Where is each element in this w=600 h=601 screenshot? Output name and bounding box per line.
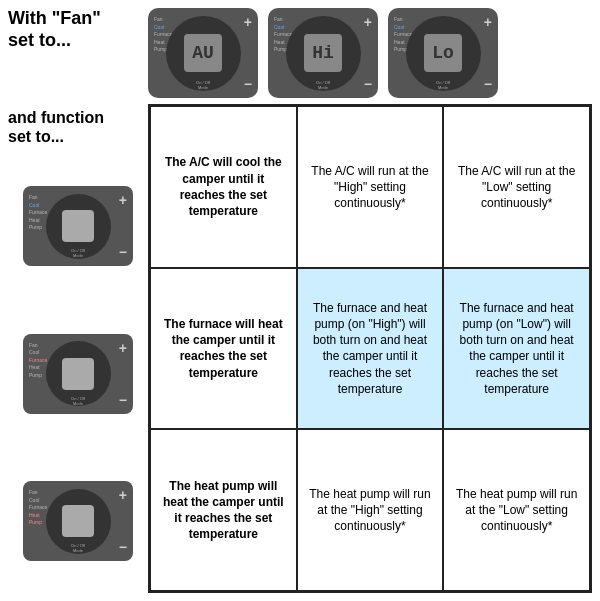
row-therm-furnace: Fan Cool Furnace Heat Pump + − On / OffM… [8,302,148,446]
therm-display-hi: Hi [304,34,342,72]
left-label-line1: and function [8,109,104,126]
grid-cell-0-1: The A/C will run at the "High" setting c… [297,106,444,268]
thermostat-auto: Fan Cool Furnace Heat Pump AU + − On / O… [148,8,258,98]
row-therm-heat: Fan Cool Furnace Heat Pump + − On / OffM… [8,449,148,593]
label-cool-heat: Cool [29,497,47,504]
grid-text-1-0: The furnace will heat the camper until i… [159,316,288,381]
therm-bottom-cool: On / OffMode [71,248,85,258]
grid-text-1-1: The furnace and heat pump (on "High") wi… [306,300,435,397]
thermostat-lo: Fan Cool Furnace Heat Pump Lo + − On / O… [388,8,498,98]
label-cool-furnace: Cool [29,349,47,356]
grid-cell-1-2: The furnace and heat pump (on "Low") wil… [443,268,590,430]
top-thermostat-row: Fan Cool Furnace Heat Pump AU + − On / O… [148,8,498,98]
title-line1: With "Fan" [8,8,101,28]
thermostat-heat: Fan Cool Furnace Heat Pump + − On / OffM… [23,481,133,561]
label-pump-cool: Pump [29,224,47,231]
thermostat-furnace: Fan Cool Furnace Heat Pump + − On / OffM… [23,334,133,414]
thermostat-cool: Fan Cool Furnace Heat Pump + − On / OffM… [23,186,133,266]
title-col: With "Fan" set to... [8,8,148,55]
grid-text-0-0: The A/C will cool the camper until it re… [159,154,288,219]
thermostat-auto-wrap: Fan Cool Furnace Heat Pump AU + − On / O… [148,8,258,98]
top-section: With "Fan" set to... Fan Cool Furnace He… [8,8,592,98]
thermostat-hi: Fan Cool Furnace Heat Pump Hi + − On / O… [268,8,378,98]
therm-minus-furnace: − [119,392,127,408]
middle-section: and function set to... Fan Cool Furnace … [8,104,592,593]
grid-text-0-1: The A/C will run at the "High" setting c… [306,163,435,212]
grid-cell-1-0: The furnace will heat the camper until i… [150,268,297,430]
grid-text-2-0: The heat pump will heat the camper until… [159,478,288,543]
therm-plus-hi: + [364,14,372,30]
grid-text-2-2: The heat pump will run at the "Low" sett… [452,486,581,535]
thermostat-lo-wrap: Fan Cool Furnace Heat Pump Lo + − On / O… [388,8,498,98]
grid-text-2-1: The heat pump will run at the "High" set… [306,486,435,535]
label-pump-heat: Pump [29,519,47,526]
thermostat-hi-wrap: Fan Cool Furnace Heat Pump Hi + − On / O… [268,8,378,98]
label-furnace-heat: Furnace [29,504,47,511]
grid-cell-2-1: The heat pump will run at the "High" set… [297,429,444,591]
label-fan-heat: Fan [29,489,47,496]
label-heat-heat: Heat [29,512,47,519]
label-fan-hi: Fan [274,16,292,23]
grid-text-0-2: The A/C will run at the "Low" setting co… [452,163,581,212]
left-col: and function set to... Fan Cool Furnace … [8,104,148,593]
therm-display-lo: Lo [424,34,462,72]
label-fan-furnace: Fan [29,342,47,349]
label-furnace-cool: Furnace [29,209,47,216]
label-fan-cool: Fan [29,194,47,201]
therm-labels-heat: Fan Cool Furnace Heat Pump [29,489,47,526]
label-pump-furnace: Pump [29,372,47,379]
left-label-line2: set to... [8,128,64,145]
grid-cell-0-0: The A/C will cool the camper until it re… [150,106,297,268]
therm-bottom-furnace: On / OffMode [71,396,85,406]
therm-labels-furnace: Fan Cool Furnace Heat Pump [29,342,47,379]
therm-bottom-heat: On / OffMode [71,543,85,553]
label-cool-lo: Cool [394,24,412,31]
main-grid: The A/C will cool the camper until it re… [148,104,592,593]
grid-cell-1-1: The furnace and heat pump (on "High") wi… [297,268,444,430]
therm-plus-auto: + [244,14,252,30]
label-cool-hi: Cool [274,24,292,31]
grid-cell-2-0: The heat pump will heat the camper until… [150,429,297,591]
therm-minus-lo: − [484,76,492,92]
therm-minus-heat: − [119,539,127,555]
page-container: With "Fan" set to... Fan Cool Furnace He… [0,0,600,601]
grid-cell-0-2: The A/C will run at the "Low" setting co… [443,106,590,268]
therm-bottom-auto: On / OffMode [196,80,210,90]
therm-minus-auto: − [244,76,252,92]
label-heat-cool: Heat [29,217,47,224]
therm-display-cool [62,210,94,242]
therm-display-auto: AU [184,34,222,72]
label-heat-furnace: Heat [29,364,47,371]
therm-plus-lo: + [484,14,492,30]
therm-plus-heat: + [119,487,127,503]
row-thermostats: Fan Cool Furnace Heat Pump + − On / OffM… [8,154,148,593]
therm-minus-hi: − [364,76,372,92]
title-line2: set to... [8,30,71,50]
label-fan-auto: Fan [154,16,172,23]
label-furnace-furnace: Furnace [29,357,47,364]
label-cool-auto: Cool [154,24,172,31]
therm-plus-furnace: + [119,340,127,356]
left-label: and function set to... [8,104,148,146]
therm-bottom-lo: On / OffMode [436,80,450,90]
row-therm-cool: Fan Cool Furnace Heat Pump + − On / OffM… [8,154,148,298]
therm-display-heat [62,505,94,537]
therm-bottom-hi: On / OffMode [316,80,330,90]
therm-minus-cool: − [119,244,127,260]
therm-labels-cool: Fan Cool Furnace Heat Pump [29,194,47,231]
therm-display-furnace [62,358,94,390]
grid-cell-2-2: The heat pump will run at the "Low" sett… [443,429,590,591]
grid-text-1-2: The furnace and heat pump (on "Low") wil… [452,300,581,397]
label-cool-cool: Cool [29,202,47,209]
header-title: With "Fan" set to... [8,8,148,51]
therm-plus-cool: + [119,192,127,208]
label-fan-lo: Fan [394,16,412,23]
